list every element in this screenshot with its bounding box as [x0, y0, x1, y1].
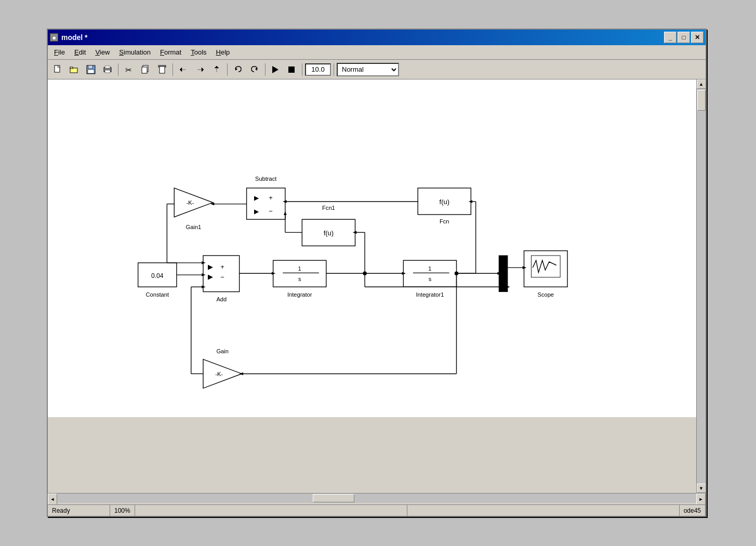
copy-button[interactable] [138, 62, 153, 77]
svg-marker-74 [506, 286, 510, 289]
maximize-button[interactable]: □ [678, 32, 690, 43]
scroll-track-vertical[interactable] [697, 89, 706, 484]
paste-button[interactable] [154, 62, 170, 77]
sep3 [227, 63, 228, 76]
svg-marker-16 [255, 68, 257, 71]
toolbar: ✂ [48, 60, 706, 79]
sep2 [173, 63, 173, 76]
svg-text:+: + [220, 263, 224, 271]
scrollbar-h-row: ◄ ► [48, 493, 706, 504]
svg-text:f(u): f(u) [440, 198, 450, 206]
svg-rect-0 [55, 65, 60, 72]
menu-bar: File Edit View Simulation Format Tools H… [48, 45, 706, 60]
svg-text:+: + [269, 194, 273, 202]
svg-text:Gain1: Gain1 [186, 224, 202, 230]
save-button[interactable] [83, 62, 99, 77]
svg-rect-6 [88, 70, 94, 73]
up-button[interactable] [209, 62, 224, 77]
svg-text:Subtract: Subtract [255, 176, 277, 182]
svg-text:−: − [220, 273, 224, 281]
sim-mode-select[interactable]: Normal Accelerator Rapid Accelerator Ext… [337, 63, 399, 76]
svg-rect-8 [105, 66, 110, 68]
menu-simulation[interactable]: Simulation [115, 47, 155, 58]
minimize-button[interactable]: _ [664, 32, 677, 43]
main-content: File Edit View Simulation Format Tools H… [48, 45, 706, 516]
main-window: ■ model * _ □ ✕ File Edit View Simulatio… [47, 29, 707, 517]
svg-point-100 [455, 272, 458, 275]
print-button[interactable] [100, 62, 115, 77]
svg-rect-5 [88, 65, 92, 69]
svg-text:▶: ▶ [254, 194, 259, 202]
canvas-area[interactable]: 0.04 Constant ▶ ▶ + − Add 1 s Integrator [48, 79, 696, 417]
new-button[interactable] [50, 62, 65, 77]
scroll-thumb-vertical[interactable] [697, 90, 706, 111]
svg-text:✂: ✂ [125, 65, 132, 74]
svg-text:−: − [269, 207, 273, 215]
diagram-svg: 0.04 Constant ▶ ▶ + − Add 1 s Integrator [48, 79, 696, 417]
menu-view[interactable]: View [91, 47, 114, 58]
status-bar: Ready 100% ode45 [48, 504, 706, 516]
title-bar: ■ model * _ □ ✕ [48, 30, 706, 45]
close-button[interactable]: ✕ [691, 32, 704, 43]
play-button[interactable] [268, 62, 283, 77]
window-title: model * [61, 33, 88, 42]
svg-text:1: 1 [298, 265, 301, 272]
svg-text:▶: ▶ [254, 208, 259, 215]
sim-time-input[interactable] [305, 63, 331, 76]
menu-file[interactable]: File [50, 47, 69, 58]
scroll-up-button[interactable]: ▲ [697, 79, 706, 89]
svg-rect-14 [160, 66, 165, 73]
undo-button[interactable] [230, 62, 246, 77]
svg-text:Integrator: Integrator [287, 291, 312, 298]
svg-text:▶: ▶ [208, 263, 213, 271]
svg-rect-39 [531, 256, 560, 277]
svg-text:-K-: -K- [215, 371, 223, 377]
svg-text:▶: ▶ [208, 273, 213, 281]
scroll-track-horizontal[interactable] [57, 494, 696, 503]
menu-format[interactable]: Format [156, 47, 185, 58]
svg-text:Integrator1: Integrator1 [416, 291, 444, 298]
svg-text:-K-: -K- [187, 199, 194, 206]
menu-edit[interactable]: Edit [70, 47, 90, 58]
svg-text:Constant: Constant [146, 291, 169, 298]
svg-text:f(u): f(u) [324, 229, 334, 237]
forward-button[interactable] [192, 62, 208, 77]
svg-text:0.04: 0.04 [151, 272, 164, 279]
scroll-down-button[interactable]: ▼ [697, 484, 706, 493]
diagram-row: 0.04 Constant ▶ ▶ + − Add 1 s Integrator [48, 79, 706, 493]
svg-marker-15 [235, 68, 237, 71]
svg-text:1: 1 [428, 265, 431, 272]
svg-rect-28 [273, 260, 326, 287]
svg-text:Fcn: Fcn [440, 218, 449, 224]
svg-text:Fcn1: Fcn1 [322, 205, 335, 211]
redo-button[interactable] [247, 62, 262, 77]
scrollbar-vertical[interactable]: ▲ ▼ [696, 79, 706, 493]
app-icon: ■ [50, 33, 58, 42]
sep1 [118, 63, 118, 76]
menu-help[interactable]: Help [212, 47, 234, 58]
svg-rect-33 [403, 260, 456, 287]
title-bar-left: ■ model * [50, 33, 88, 42]
sep5 [302, 63, 302, 76]
scroll-right-button[interactable]: ► [696, 494, 706, 505]
svg-rect-12 [142, 67, 147, 73]
status-middle [135, 505, 407, 516]
stop-button[interactable] [284, 62, 299, 77]
menu-tools[interactable]: Tools [187, 47, 210, 58]
sep6 [334, 63, 334, 76]
status-zoom: 100% [110, 505, 135, 516]
status-solver: ode45 [680, 505, 706, 516]
status-ready: Ready [48, 505, 110, 516]
scroll-thumb-horizontal[interactable] [313, 494, 354, 502]
svg-rect-44 [247, 188, 285, 219]
scroll-left-button[interactable]: ◄ [48, 494, 57, 505]
svg-rect-18 [288, 66, 295, 73]
back-button[interactable] [176, 62, 191, 77]
status-right2 [407, 505, 680, 516]
cut-button[interactable]: ✂ [121, 62, 137, 77]
svg-text:Add: Add [216, 296, 227, 302]
svg-text:s: s [298, 276, 301, 282]
svg-text:s: s [429, 276, 432, 282]
svg-text:Gain: Gain [216, 348, 229, 354]
open-button[interactable] [67, 62, 82, 77]
